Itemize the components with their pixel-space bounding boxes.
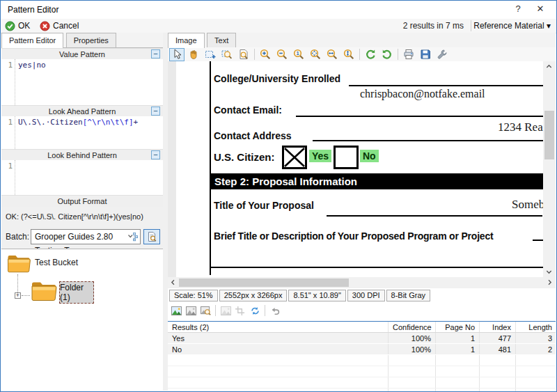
checkbox-empty xyxy=(334,146,359,169)
form-address-value: 1234 Real xyxy=(498,120,544,134)
collapse-button[interactable]: − xyxy=(151,150,160,159)
value-pattern-header: Value Pattern − xyxy=(1,48,163,60)
select-region-button[interactable] xyxy=(203,48,218,61)
zoom-region-button[interactable] xyxy=(219,48,235,61)
image-options-toolbar xyxy=(168,302,556,319)
batch-tree: Test Bucket + Folder (1) xyxy=(1,249,163,391)
fit-height-button[interactable] xyxy=(341,48,356,61)
status-depth: 8-Bit Gray xyxy=(386,290,431,301)
rotate-ccw-button[interactable] xyxy=(363,48,378,61)
form-yes-highlight: Yes xyxy=(309,150,331,162)
ok-check-icon xyxy=(5,21,15,31)
form-first-name-label: First Name xyxy=(508,61,544,63)
horizontal-scroll-thumb[interactable] xyxy=(179,279,349,287)
results-panel: Results (2) Confidence Page No Index Len… xyxy=(168,321,556,391)
print-button[interactable] xyxy=(401,48,416,61)
form-line xyxy=(533,240,544,241)
toolbar-separator xyxy=(265,305,265,316)
tree-connector xyxy=(17,274,19,292)
undo-button[interactable] xyxy=(269,305,281,316)
document-page: Last Name First Name College/University … xyxy=(176,61,544,288)
folder-icon[interactable] xyxy=(30,279,58,302)
checkbox-x-icon xyxy=(284,148,305,167)
look-ahead-editor[interactable]: 1 U\.S\.·Citizen[^\r\n\t\f]+ xyxy=(1,116,163,149)
image-inspect-button[interactable] xyxy=(199,305,212,316)
reference-material-dropdown[interactable]: Reference Material ▾ xyxy=(473,21,551,31)
batch-dropdown-icon[interactable] xyxy=(127,232,139,242)
close-button[interactable]: ✕ xyxy=(531,3,549,16)
column-index[interactable]: Index xyxy=(480,322,516,332)
scroll-down-arrow[interactable] xyxy=(544,267,554,277)
scroll-left-arrow[interactable] xyxy=(168,277,178,288)
toolbar-separator xyxy=(359,49,360,60)
fit-width-button[interactable] xyxy=(324,48,340,61)
tree-item-folder-selected[interactable]: Folder (1) xyxy=(59,281,94,304)
settings-button[interactable] xyxy=(434,48,450,61)
column-length[interactable]: Length xyxy=(516,322,556,332)
title-bar: Pattern Editor ? ✕ xyxy=(1,1,556,19)
page-preview-button[interactable] xyxy=(236,48,251,61)
tab-text[interactable]: Text xyxy=(207,33,236,47)
refresh-button[interactable] xyxy=(249,305,261,316)
result-row[interactable]: No 100% 1 481 2 xyxy=(168,344,556,355)
scroll-right-arrow[interactable] xyxy=(544,277,555,288)
form-college-label: College/University Enrolled xyxy=(214,73,340,84)
form-border xyxy=(210,61,211,275)
zoom-actual-button[interactable]: 1 xyxy=(291,48,306,61)
form-line xyxy=(313,140,544,141)
help-button[interactable]: ? xyxy=(509,3,527,16)
command-bar: OK Cancel 2 results in 7 ms Reference Ma… xyxy=(1,19,556,33)
tree-connector xyxy=(22,295,30,297)
form-title-label: Title of Your Proposal xyxy=(214,200,314,211)
batch-combobox[interactable]: Grooper Guides 2.80 Testing•Te... xyxy=(31,229,141,244)
color-image-button[interactable] xyxy=(170,305,182,316)
toolbar-separator xyxy=(215,305,216,316)
cancel-button[interactable]: Cancel xyxy=(40,19,79,32)
zoom-in-button[interactable] xyxy=(258,48,273,61)
collapse-button[interactable]: − xyxy=(151,49,160,58)
collapse-button[interactable]: − xyxy=(151,107,160,116)
tree-expand-button[interactable]: + xyxy=(15,292,21,299)
toolbar-separator xyxy=(254,49,255,60)
tree-item-root[interactable]: Test Bucket xyxy=(35,258,78,267)
pointer-tool-button[interactable] xyxy=(169,48,185,61)
form-line xyxy=(296,116,544,117)
ok-button[interactable]: OK xyxy=(5,19,30,32)
rotate-cw-button[interactable] xyxy=(379,48,395,61)
folder-icon[interactable] xyxy=(6,252,32,274)
batch-label: Batch: xyxy=(6,232,29,242)
window-title: Pattern Editor xyxy=(8,5,58,15)
zoom-fit-button[interactable] xyxy=(308,48,323,61)
result-row[interactable]: Yes 100% 1 477 3 xyxy=(168,333,556,344)
pattern-panel: Value Pattern − 1 yes|no Look Ahead Patt… xyxy=(1,48,163,391)
column-page-no[interactable]: Page No xyxy=(436,322,480,332)
scroll-up-arrow[interactable] xyxy=(544,61,554,72)
look-behind-editor[interactable]: 1 xyxy=(1,160,163,195)
empty-row xyxy=(168,377,556,389)
form-step2-bar: Step 2: Proposal Information xyxy=(210,173,544,189)
tab-image[interactable]: Image xyxy=(168,33,205,48)
batch-row: Batch: Grooper Guides 2.80 Testing•Te... xyxy=(1,229,163,247)
viewer-tab-bar: Image Text xyxy=(168,33,556,48)
panel-splitter[interactable] xyxy=(163,33,168,391)
look-ahead-header: Look Ahead Pattern − xyxy=(1,105,163,117)
document-viewer[interactable]: Last Name First Name College/University … xyxy=(168,61,556,288)
gray-image-button[interactable] xyxy=(185,305,197,316)
tab-pattern-editor[interactable]: Pattern Editor xyxy=(1,33,63,48)
view-document-button[interactable] xyxy=(143,229,160,244)
horizontal-scrollbar[interactable] xyxy=(168,277,556,288)
toolbar-separator xyxy=(398,49,398,60)
column-confidence[interactable]: Confidence xyxy=(389,322,436,332)
zoom-out-button[interactable] xyxy=(274,48,290,61)
results-header-row: Results (2) Confidence Page No Index Len… xyxy=(168,322,556,333)
status-scale: Scale: 51% xyxy=(169,290,218,301)
vertical-scrollbar[interactable] xyxy=(543,61,556,277)
tab-properties[interactable]: Properties xyxy=(66,33,116,47)
document-search-icon xyxy=(146,231,157,242)
value-pattern-editor[interactable]: 1 yes|no xyxy=(1,59,163,105)
save-button[interactable] xyxy=(418,48,433,61)
pan-tool-button[interactable] xyxy=(186,48,201,61)
empty-row xyxy=(168,366,556,377)
vertical-scroll-thumb[interactable] xyxy=(544,111,554,159)
look-ahead-code: U\.S\.·Citizen[^\r\n\t\f]+ xyxy=(18,118,138,127)
